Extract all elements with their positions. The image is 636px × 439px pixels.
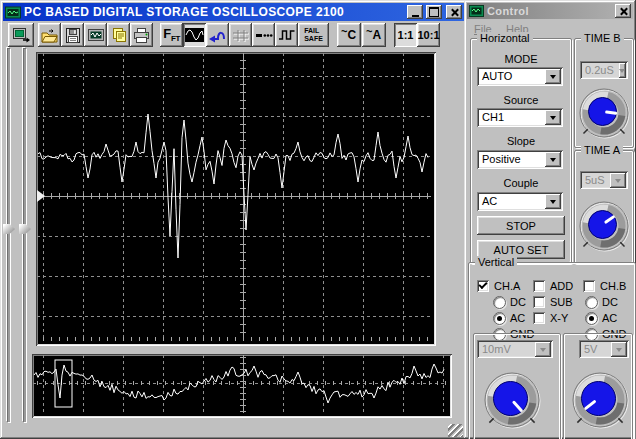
knob-graphic <box>577 193 631 259</box>
dropdown-arrow-icon <box>535 342 551 357</box>
time-b-knob[interactable] <box>577 81 631 147</box>
slope-label: Slope <box>471 135 571 147</box>
square-wave-icon <box>278 28 296 42</box>
slider-thumb[interactable] <box>19 224 31 234</box>
dropdown-arrow-icon <box>611 342 627 357</box>
return-sweep-button[interactable] <box>206 23 229 47</box>
open-folder-icon <box>41 28 58 43</box>
screen-capture-icon <box>88 28 104 42</box>
ch-b-range-combobox[interactable]: 5V <box>579 340 629 358</box>
dropdown-arrow-icon[interactable] <box>545 110 561 125</box>
source-label: Source <box>471 94 571 106</box>
time-a-knob[interactable] <box>577 193 631 261</box>
close-icon <box>619 7 628 16</box>
probe-10to1-button[interactable]: 10:1 <box>417 23 440 47</box>
minimize-icon <box>412 15 419 17</box>
ch-a-range-combobox[interactable]: 10mV <box>477 340 553 358</box>
ch-a-dc-radio[interactable] <box>493 296 506 309</box>
copy-button[interactable] <box>107 23 130 47</box>
waveform-mode-button[interactable] <box>183 23 206 47</box>
preview-scope-display <box>32 354 452 418</box>
ch-a-gain-knob[interactable] <box>474 360 560 439</box>
ch-a-label: CH.A <box>494 280 520 292</box>
dropdown-arrow-icon <box>610 173 626 188</box>
mode-label: MODE <box>471 53 571 65</box>
square-wave-button[interactable] <box>275 23 298 47</box>
temp-c-button[interactable]: ~ C <box>337 23 361 47</box>
maximize-icon <box>429 7 439 17</box>
mode-combobox[interactable]: AUTO <box>477 67 563 86</box>
close-button[interactable] <box>446 5 462 19</box>
close-icon <box>450 8 459 17</box>
slope-combobox[interactable]: Positive <box>477 150 563 169</box>
time-a-legend: TIME A <box>581 144 623 156</box>
fft-icon: FFT <box>163 27 180 43</box>
xy-label: X-Y <box>550 312 568 324</box>
main-titlebar[interactable]: PC BASED DIGITAL STORAGE OSCILLOSCOPE 21… <box>3 3 464 21</box>
dotted-trace-button[interactable] <box>252 23 275 47</box>
ch-b-dc-label: DC <box>602 296 618 308</box>
ch-a-ac-label: AC <box>510 312 525 324</box>
slider-thumb[interactable] <box>3 224 15 234</box>
dropdown-arrow-icon[interactable] <box>545 194 561 209</box>
fft-button[interactable]: FFT <box>160 23 183 47</box>
ch-a-dc-label: DC <box>510 296 526 308</box>
ch-b-label: CH.B <box>600 280 626 292</box>
xy-checkbox[interactable] <box>533 312 545 324</box>
ch-a-checkbox[interactable] <box>477 280 489 292</box>
ch-b-ac-radio[interactable] <box>585 312 598 325</box>
return-arrow-icon <box>208 28 227 43</box>
oscilloscope-window: PC BASED DIGITAL STORAGE OSCILLOSCOPE 21… <box>0 0 467 439</box>
save-button[interactable] <box>61 23 84 47</box>
add-label: ADD <box>550 280 573 292</box>
probe-1to1-button[interactable]: 1:1 <box>394 23 417 47</box>
add-checkbox[interactable] <box>533 280 545 292</box>
time-a-group: TIME A 5uS <box>574 150 634 264</box>
printer-icon <box>133 28 150 43</box>
ch-b-gain-knob[interactable] <box>564 360 632 439</box>
trigger-level-marker[interactable] <box>37 190 45 202</box>
open-file-button[interactable] <box>38 23 61 47</box>
sub-label: SUB <box>550 296 573 308</box>
ch-a-position-slider[interactable] <box>2 48 16 422</box>
ch-b-checkbox[interactable] <box>583 280 595 292</box>
vertical-legend: Vertical <box>475 256 517 268</box>
ch-b-position-slider[interactable] <box>18 48 32 422</box>
stop-button[interactable]: STOP <box>477 216 565 235</box>
sub-checkbox[interactable] <box>533 296 545 308</box>
knob-graphic <box>474 360 560 439</box>
time-b-group: TIME B 0.2uS <box>574 38 634 148</box>
ch-a-ac-radio[interactable] <box>493 312 506 325</box>
ch-b-panel: 5V <box>563 333 633 439</box>
control-titlebar[interactable]: Control <box>467 3 633 19</box>
couple-combobox[interactable]: AC <box>477 192 563 211</box>
resize-grip[interactable] <box>448 424 463 437</box>
dashed-line-icon <box>255 28 273 42</box>
maximize-button[interactable] <box>426 5 442 19</box>
grid-icon <box>232 27 250 43</box>
window-title: PC BASED DIGITAL STORAGE OSCILLOSCOPE 21… <box>24 6 404 18</box>
exit-button[interactable] <box>8 23 34 47</box>
vertical-group: Vertical CH.A ADD CH.B DC AC GND SUB X-Y… <box>468 262 636 439</box>
control-close-button[interactable] <box>615 4 631 18</box>
time-a-combobox[interactable]: 5uS <box>580 171 628 189</box>
print-button[interactable] <box>130 23 153 47</box>
dropdown-arrow-icon[interactable] <box>545 152 561 167</box>
minimize-button[interactable] <box>407 5 423 19</box>
source-combobox[interactable]: CH1 <box>477 108 563 127</box>
capture-button[interactable] <box>84 23 107 47</box>
grid-toggle-button[interactable] <box>229 23 252 47</box>
control-window-title: Control <box>487 6 612 17</box>
time-b-combobox[interactable]: 0.2uS <box>580 61 628 79</box>
fail-safe-label: FAIL SAFE <box>304 27 323 43</box>
fail-safe-button[interactable]: FAIL SAFE <box>298 23 329 47</box>
dropdown-arrow-icon[interactable] <box>545 69 561 84</box>
couple-label: Couple <box>471 177 571 189</box>
desktop: PC BASED DIGITAL STORAGE OSCILLOSCOPE 21… <box>0 0 636 439</box>
control-window: Control File Help Horizontal MODE AUTO S… <box>464 0 636 439</box>
temp-a-button[interactable]: ~ A <box>362 23 386 47</box>
ch-b-dc-radio[interactable] <box>585 296 598 309</box>
slider-track <box>23 48 26 422</box>
dropdown-arrow-icon <box>619 63 626 78</box>
notes-icon <box>110 28 127 43</box>
